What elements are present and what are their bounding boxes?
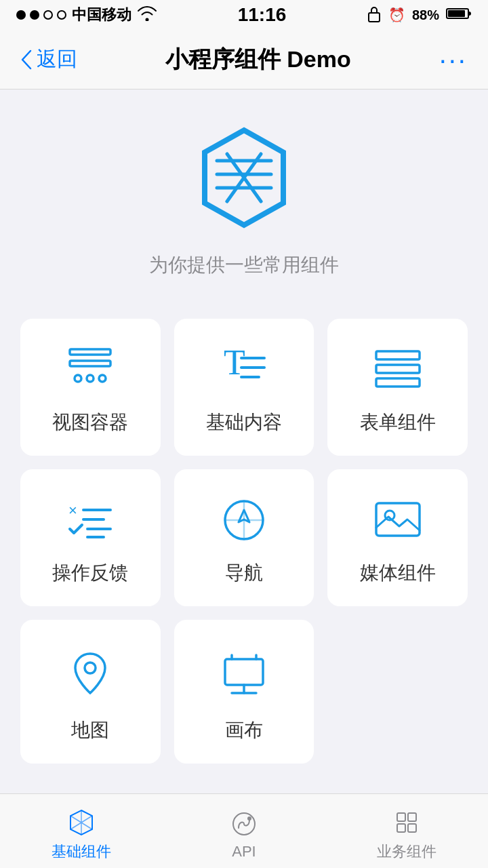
basic-content-icon: T [217, 346, 271, 393]
grid-item-view-container[interactable]: 视图容器 [20, 319, 161, 456]
view-container-icon [63, 346, 117, 393]
svg-rect-0 [369, 13, 380, 22]
grid-item-map[interactable]: 地图 [20, 620, 161, 764]
page-title: 小程序组件 Demo [165, 44, 351, 75]
svg-point-37 [247, 816, 251, 821]
tab-business-components[interactable]: 业务组件 [325, 801, 488, 862]
cube-icon [66, 808, 96, 837]
svg-rect-8 [70, 349, 110, 355]
grid-item-navigation[interactable]: 导航 [174, 469, 314, 606]
svg-point-10 [75, 375, 81, 382]
form-component-icon [371, 346, 425, 393]
wifi-icon [137, 6, 157, 24]
grid-row-1: 视图容器 T 基础内容 表单组件 [20, 319, 468, 456]
svg-rect-17 [376, 351, 420, 359]
svg-rect-28 [376, 503, 420, 536]
map-icon [63, 647, 117, 701]
svg-rect-40 [397, 824, 405, 832]
svg-point-11 [87, 375, 94, 382]
app-logo [190, 123, 298, 232]
svg-rect-19 [376, 378, 420, 387]
map-label: 地图 [71, 717, 109, 743]
svg-rect-39 [408, 813, 416, 821]
canvas-label: 画布 [225, 717, 263, 743]
svg-rect-9 [70, 361, 110, 366]
navigation-label: 导航 [225, 560, 263, 586]
grid-item-media-component[interactable]: 媒体组件 [327, 469, 468, 606]
grid-row-2: × 操作反馈 导航 [20, 469, 468, 606]
battery-label: 88% [412, 7, 439, 23]
tab-bar: 基础组件 API 业务组件 [0, 793, 488, 868]
tab-basic-components-label: 基础组件 [52, 842, 111, 862]
alarm-icon: ⏰ [388, 7, 405, 23]
svg-rect-41 [408, 824, 416, 832]
grid-item-basic-content[interactable]: T 基础内容 [174, 319, 314, 456]
media-component-label: 媒体组件 [360, 560, 436, 586]
hero-subtitle: 为你提供一些常用组件 [149, 252, 339, 278]
more-button[interactable]: ··· [439, 46, 468, 73]
status-time: 11:16 [238, 4, 287, 26]
svg-rect-18 [376, 365, 420, 373]
business-icon [392, 808, 422, 837]
tab-basic-components[interactable]: 基础组件 [0, 801, 163, 862]
component-grid: 视图容器 T 基础内容 表单组件 [0, 305, 488, 777]
action-feedback-icon: × [63, 496, 117, 544]
battery-icon [446, 7, 472, 24]
signal-dot-2 [30, 10, 39, 20]
back-button[interactable]: 返回 [20, 45, 77, 73]
lock-icon [367, 5, 382, 26]
hero-section: 为你提供一些常用组件 [0, 90, 488, 305]
canvas-icon [217, 647, 271, 701]
signal-dot-1 [16, 10, 26, 20]
status-left: 中国移动 [16, 5, 157, 25]
svg-point-30 [85, 663, 96, 673]
grid-item-action-feedback[interactable]: × 操作反馈 [20, 469, 161, 606]
svg-rect-31 [225, 659, 263, 685]
tab-api[interactable]: API [163, 802, 325, 861]
signal-dot-3 [43, 10, 53, 20]
svg-rect-38 [397, 813, 405, 821]
navigation-icon [217, 496, 271, 544]
signal-dot-4 [57, 10, 66, 20]
status-bar: 中国移动 11:16 ⏰ 88% [0, 0, 488, 30]
svg-text:×: × [68, 502, 77, 519]
carrier-label: 中国移动 [72, 5, 131, 25]
media-component-icon [371, 496, 425, 544]
form-component-label: 表单组件 [360, 410, 436, 435]
view-container-label: 视图容器 [52, 410, 128, 435]
tab-business-components-label: 业务组件 [377, 842, 436, 862]
grid-item-empty [327, 620, 468, 764]
signal-dots [16, 10, 66, 20]
grid-item-form-component[interactable]: 表单组件 [327, 319, 468, 456]
nav-bar: 返回 小程序组件 Demo ··· [0, 30, 488, 90]
grid-row-3: 地图 画布 [20, 620, 468, 764]
svg-rect-2 [448, 10, 465, 17]
back-label: 返回 [37, 45, 77, 73]
api-icon [229, 809, 259, 839]
grid-item-canvas[interactable]: 画布 [174, 620, 314, 764]
basic-content-label: 基础内容 [206, 410, 282, 435]
svg-point-12 [99, 375, 106, 382]
status-right: ⏰ 88% [367, 5, 472, 26]
tab-api-label: API [232, 843, 256, 861]
action-feedback-label: 操作反馈 [52, 560, 128, 586]
